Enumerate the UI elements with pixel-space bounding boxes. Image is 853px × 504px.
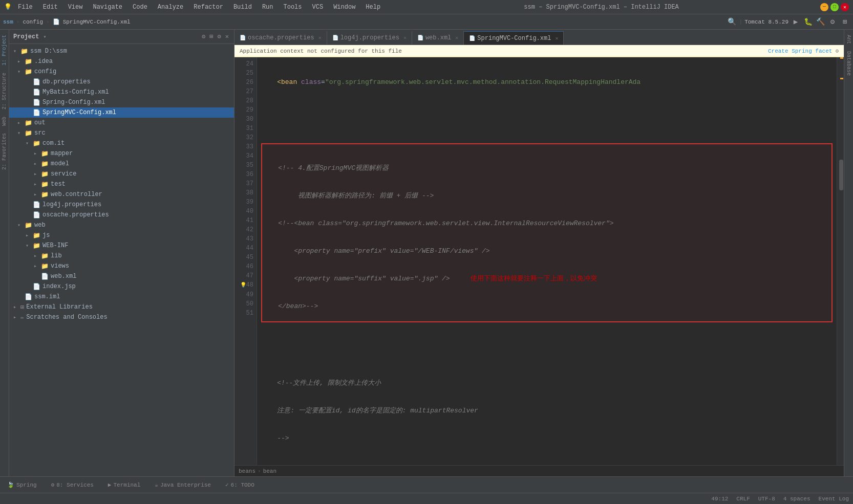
- tree-webxml[interactable]: 📄 web.xml: [9, 271, 234, 281]
- status-event-log[interactable]: Event Log: [819, 496, 849, 502]
- web-folder-icon: 📁: [25, 222, 32, 229]
- tree-mapper[interactable]: ▸ 📁 mapper: [9, 148, 234, 159]
- project-dropdown-icon[interactable]: ▾: [43, 34, 46, 40]
- project-tree[interactable]: ▾ 📁 ssm D:\ssm ▸ 📁 .idea ▾ 📁 config 📄 db…: [9, 44, 234, 476]
- left-icon-web[interactable]: Web: [1, 114, 8, 129]
- menu-navigate[interactable]: Navigate: [91, 3, 124, 12]
- config-folder-icon: 📁: [25, 68, 32, 76]
- menu-code[interactable]: Code: [131, 3, 150, 12]
- log4j-tab-close[interactable]: ✕: [403, 35, 407, 41]
- tree-oscache[interactable]: 📄 oscache.properties: [9, 210, 234, 220]
- todo-tab-label: 6: TODO: [231, 482, 254, 488]
- menu-run[interactable]: Run: [260, 3, 275, 12]
- right-sidebar-icons: Ant Database: [844, 30, 853, 476]
- maximize-button[interactable]: □: [830, 3, 839, 11]
- tab-terminal[interactable]: ▶ Terminal: [105, 479, 143, 490]
- indexjsp-label: index.jsp: [42, 283, 76, 290]
- tree-webinf[interactable]: ▾ 📁 WEB-INF: [9, 240, 234, 251]
- breadcrumb: beans › bean: [234, 465, 844, 476]
- tree-service[interactable]: ▸ 📁 service: [9, 169, 234, 179]
- tree-springmvc-config[interactable]: 📄 SpringMVC-Config.xml: [9, 107, 234, 118]
- tree-mybatis-config[interactable]: 📄 MyBatis-Config.xml: [9, 87, 234, 97]
- tab-spring[interactable]: 🍃 Spring: [4, 479, 40, 490]
- left-sidebar-icons: 1: Project 2: Structure Web 2: Favorites: [0, 30, 9, 476]
- window-controls[interactable]: ─ □ ✕: [820, 3, 849, 11]
- right-icon-ant[interactable]: Ant: [845, 32, 852, 47]
- tree-js[interactable]: ▸ 📁 js: [9, 230, 234, 240]
- tree-root[interactable]: ▾ 📁 ssm D:\ssm: [9, 46, 234, 56]
- menu-refactor[interactable]: Refactor: [191, 3, 225, 12]
- menu-analyze[interactable]: Analyze: [156, 3, 185, 12]
- menu-vcs[interactable]: VCS: [310, 3, 326, 12]
- right-gutter[interactable]: [837, 57, 844, 465]
- oscache-tab-close[interactable]: ✕: [318, 35, 322, 41]
- scrollbar-thumb[interactable]: [839, 160, 843, 190]
- tree-views[interactable]: ▸ 📁 views: [9, 261, 234, 271]
- minimize-button[interactable]: ─: [820, 3, 828, 11]
- status-indent[interactable]: 4 spaces: [783, 496, 811, 502]
- tree-model[interactable]: ▸ 📁 model: [9, 159, 234, 169]
- menu-bar[interactable]: File Edit View Navigate Code Analyze Ref…: [16, 3, 382, 12]
- project-gear-icon[interactable]: ⚙: [217, 32, 222, 41]
- tree-web[interactable]: ▾ 📁 web: [9, 220, 234, 230]
- tree-webcontroller[interactable]: ▸ 📁 web.controller: [9, 189, 234, 200]
- menu-file[interactable]: File: [16, 3, 35, 12]
- tab-java-enterprise[interactable]: ☕ Java Enterprise: [152, 479, 214, 490]
- left-icon-structure[interactable]: 2: Structure: [1, 70, 8, 113]
- tree-comit[interactable]: ▾ 📁 com.it: [9, 138, 234, 148]
- menu-help[interactable]: Help: [364, 3, 382, 12]
- tree-ssmiml[interactable]: 📄 ssm.iml: [9, 292, 234, 302]
- status-encoding[interactable]: UTF-8: [758, 496, 775, 502]
- layout-icon[interactable]: ⊞: [840, 17, 850, 27]
- debug-icon[interactable]: 🐛: [803, 17, 813, 27]
- tree-external-libraries[interactable]: ▸ ⊞ External Libraries: [9, 302, 234, 312]
- tree-out[interactable]: ▸ 📁 out: [9, 118, 234, 128]
- menu-edit[interactable]: Edit: [41, 3, 60, 12]
- tab-springmvc[interactable]: 📄 SpringMVC-Config.xml ✕: [464, 31, 564, 45]
- search-everywhere-icon[interactable]: 🔍: [727, 17, 737, 27]
- tree-idea[interactable]: ▸ 📁 .idea: [9, 56, 234, 67]
- springmvc-tab-close[interactable]: ✕: [555, 35, 558, 41]
- warning-settings-icon[interactable]: ⚙: [835, 48, 839, 54]
- tab-services[interactable]: ⚙ 8: Services: [48, 479, 97, 490]
- left-icon-project[interactable]: 1: Project: [1, 32, 8, 69]
- tab-todo[interactable]: ✓ 6: TODO: [222, 479, 258, 490]
- run-configuration-icon[interactable]: ▶: [791, 17, 801, 27]
- tree-config[interactable]: ▾ 📁 config: [9, 67, 234, 77]
- create-spring-link[interactable]: Create Spring facet: [768, 48, 832, 54]
- tree-log4j[interactable]: 📄 log4j.properties: [9, 200, 234, 210]
- ext-lib-icon: ⊞: [20, 303, 24, 311]
- build-icon[interactable]: 🔨: [815, 17, 825, 27]
- webxml-tab-close[interactable]: ✕: [455, 35, 458, 41]
- right-icon-database[interactable]: Database: [845, 48, 852, 79]
- code-editor: 24 25 26 27 28 29 30 31 32 33 34 35 36 3…: [234, 57, 844, 465]
- menu-tools[interactable]: Tools: [282, 3, 304, 12]
- service-folder-icon: 📁: [41, 170, 49, 178]
- project-hide-icon[interactable]: ✕: [224, 32, 230, 41]
- left-icon-favorites[interactable]: 2: Favorites: [1, 130, 8, 173]
- project-settings-icon[interactable]: ⚙: [201, 32, 206, 41]
- status-line-col[interactable]: 49:12: [711, 496, 728, 502]
- menu-build[interactable]: Build: [231, 3, 254, 12]
- idea-label: .idea: [34, 58, 53, 65]
- breadcrumb-bean[interactable]: bean: [263, 468, 276, 474]
- tree-test[interactable]: ▸ 📁 test: [9, 179, 234, 189]
- tree-spring-config[interactable]: 📄 Spring-Config.xml: [9, 97, 234, 107]
- close-button[interactable]: ✕: [841, 3, 849, 11]
- menu-window[interactable]: Window: [331, 3, 357, 12]
- code-content[interactable]: <bean class="org.springframework.web.ser…: [257, 57, 837, 465]
- project-layout-icon[interactable]: ⊞: [208, 32, 214, 41]
- tree-indexjsp[interactable]: 📄 index.jsp: [9, 281, 234, 292]
- tab-log4j[interactable]: 📄 log4j.properties ✕: [327, 31, 412, 45]
- tree-src[interactable]: ▾ 📁 src: [9, 128, 234, 138]
- status-line-ending[interactable]: CRLF: [736, 496, 750, 502]
- tree-lib[interactable]: ▸ 📁 lib: [9, 251, 234, 261]
- tree-scratches[interactable]: ▸ ✏ Scratches and Consoles: [9, 312, 234, 322]
- tab-oscache[interactable]: 📄 oscache.properties ✕: [234, 31, 327, 45]
- breadcrumb-beans[interactable]: beans: [239, 468, 255, 474]
- settings-icon[interactable]: ⚙: [827, 17, 838, 27]
- oscache-tab-label: oscache.properties: [248, 34, 314, 41]
- tree-db-properties[interactable]: 📄 db.properties: [9, 77, 234, 87]
- menu-view[interactable]: View: [66, 3, 85, 12]
- tab-webxml[interactable]: 📄 web.xml ✕: [412, 31, 464, 45]
